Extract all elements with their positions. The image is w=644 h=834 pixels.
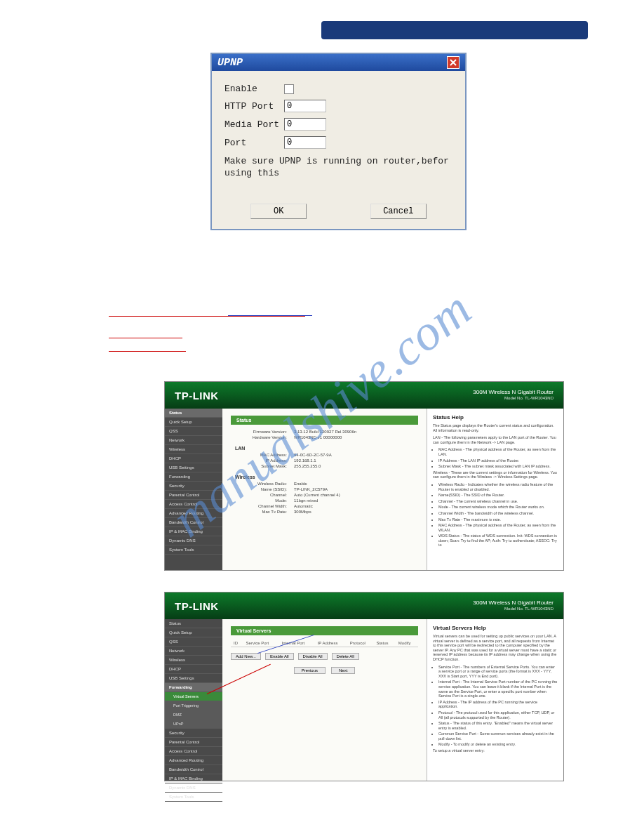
lan-mac-v: 94-0C-6D-2C-57-9A [294, 453, 332, 457]
nav-forwarding[interactable]: Forwarding [165, 472, 222, 482]
nav-usb-settings[interactable]: USB Settings [165, 463, 222, 472]
add-new-button[interactable]: Add New... [231, 653, 261, 660]
nav-adv-routing[interactable]: Advanced Routing [165, 509, 222, 518]
vs-li7: Modify - To modify or delete an existing… [438, 742, 558, 747]
tplink-status-panel: TP-LINK 300M Wireless N Gigabit Router M… [164, 381, 564, 571]
upnp-note: Make sure UPNP is running on router,befo… [224, 156, 452, 180]
nav2-usb[interactable]: USB Settings [165, 674, 222, 683]
nav2-network[interactable]: Network [165, 647, 222, 656]
nav2-status[interactable]: Status [165, 619, 222, 628]
nav-network[interactable]: Network [165, 436, 222, 445]
nav2-access[interactable]: Access Control [165, 747, 222, 756]
th-id: ID [231, 640, 243, 647]
nav-bandwidth[interactable]: Bandwidth Control [165, 518, 222, 527]
vs-li3: IP Address - The IP address of the PC ru… [438, 700, 558, 709]
help-p2: LAN - The following parameters apply to … [433, 435, 558, 444]
wc-v: Auto (Current channel 4) [294, 493, 340, 497]
wm-k: Mode: [231, 498, 294, 503]
http-port-input[interactable] [284, 100, 326, 112]
port-input[interactable] [284, 136, 326, 149]
help-title: Status Help [433, 414, 558, 421]
help-li9: Max Tx Rate - The maximum tx rate. [438, 517, 558, 522]
nav2-qss[interactable]: QSS [165, 637, 222, 647]
nav2-parental[interactable]: Parental Control [165, 738, 222, 747]
enable-all-button[interactable]: Enable All [265, 653, 294, 660]
close-icon[interactable] [447, 56, 459, 69]
vs-pagination: Previous Next [231, 667, 418, 674]
ok-button[interactable]: OK [250, 204, 307, 219]
nav2-ddns[interactable]: Dynamic DNS [165, 783, 222, 793]
tp-logo: TP-LINK [175, 390, 219, 402]
wm-v: 11bgn mixed [294, 498, 318, 503]
vs-li4: Protocol - The protocol used for this ap… [438, 710, 558, 720]
nav2-systools[interactable]: System Tools [165, 793, 222, 802]
tp-model-line2: Model No. TL-WR1043ND [473, 396, 554, 402]
help-li7: Mode - The current wireless mode which t… [438, 505, 558, 510]
enable-label: Enable [224, 84, 284, 94]
delete-all-button[interactable]: Delete All [332, 653, 359, 660]
nav2-dmz[interactable]: DMZ [165, 710, 222, 720]
upnp-dialog: UPNP Enable HTTP Port Media Port Port Ma… [210, 53, 467, 230]
upnp-title-text: UPNP [217, 57, 243, 69]
wc-k: Channel: [231, 493, 294, 497]
hw-k: Hardware Version: [231, 435, 294, 439]
tp1-help: Status Help The Status page displays the… [427, 409, 563, 570]
nav2-dhcp[interactable]: DHCP [165, 665, 222, 674]
tp-header-2: TP-LINK 300M Wireless N Gigabit Router M… [165, 593, 563, 619]
upnp-titlebar: UPNP [212, 54, 465, 71]
nav-security[interactable]: Security [165, 482, 222, 491]
tp-model2-line1: 300M Wireless N Gigabit Router [473, 600, 554, 607]
tp-model2-line2: Model No. TL-WR1043ND [473, 607, 554, 612]
ww-k: Channel Width: [231, 504, 294, 508]
media-port-label: Media Port [224, 119, 284, 130]
nav2-port-trig[interactable]: Port Triggering [165, 701, 222, 710]
nav-parental[interactable]: Parental Control [165, 491, 222, 500]
vs-li5: Status - The status of this entry. "Enab… [438, 721, 558, 730]
nav2-bandwidth[interactable]: Bandwidth Control [165, 765, 222, 774]
wx-v: 300Mbps [294, 510, 311, 514]
help-li2: IP Address - The LAN IP address of the R… [438, 458, 558, 463]
nav2-advrouting[interactable]: Advanced Routing [165, 756, 222, 765]
prev-button[interactable]: Previous [294, 667, 326, 674]
nav2-upnp[interactable]: UPnP [165, 720, 222, 729]
tp-model-2: 300M Wireless N Gigabit Router Model No.… [473, 600, 554, 612]
next-button[interactable]: Next [331, 667, 355, 674]
tp1-main: Status Firmware Version:3.13.12 Build 12… [222, 409, 427, 570]
lan-head: LAN [235, 446, 418, 451]
media-port-input[interactable] [284, 118, 326, 131]
nav-quick-setup[interactable]: Quick Setup [165, 418, 222, 427]
help-li11: WDS Status - The status of WDS connectio… [438, 534, 558, 548]
wn-k: Name (SSID): [231, 487, 294, 491]
port-label: Port [224, 138, 284, 148]
tp-model-line1: 300M Wireless N Gigabit Router [473, 389, 554, 396]
nav2-security[interactable]: Security [165, 729, 222, 738]
vs-li2: Internal Port - The Internal Service Por… [438, 680, 558, 698]
nav-systools[interactable]: System Tools [165, 545, 222, 555]
th-modify: Modify [396, 640, 418, 647]
nav2-ipmac[interactable]: IP & MAC Binding [165, 774, 222, 783]
enable-checkbox[interactable] [284, 84, 294, 94]
tp-header: TP-LINK 300M Wireless N Gigabit Router M… [165, 382, 563, 409]
nav2-virtual-servers[interactable]: Virtual Servers [165, 692, 222, 701]
help-p3: Wireless - These are the current setting… [433, 470, 558, 479]
upnp-body: Enable HTTP Port Media Port Port Make su… [212, 71, 465, 188]
nav-access[interactable]: Access Control [165, 500, 222, 509]
nav-wireless[interactable]: Wireless [165, 445, 222, 454]
nav2-quick[interactable]: Quick Setup [165, 628, 222, 637]
help-li8: Channel Width - The bandwidth of the wir… [438, 511, 558, 516]
disable-all-button[interactable]: Disable All [298, 653, 328, 660]
cancel-button[interactable]: Cancel [370, 204, 427, 219]
lan-mac-k: MAC Address: [231, 453, 294, 457]
lan-ip-v: 192.168.1.1 [294, 458, 316, 463]
vs-button-row: Add New... Enable All Disable All Delete… [231, 653, 418, 660]
nav-ddns[interactable]: Dynamic DNS [165, 536, 222, 545]
nav-qss[interactable]: QSS [165, 427, 222, 436]
vs-title: Virtual Servers [231, 626, 418, 635]
help-li4: Wireless Radio - Indicates whether the w… [438, 482, 558, 491]
nav-status[interactable]: Status [165, 409, 222, 418]
tp2-help: Virtual Servers Help Virtual servers can… [427, 619, 563, 781]
help-li3: Subnet Mask - The subnet mask associated… [438, 464, 558, 469]
nav-dhcp[interactable]: DHCP [165, 454, 222, 463]
nav-ip-mac[interactable]: IP & MAC Binding [165, 527, 222, 536]
nav2-wireless[interactable]: Wireless [165, 656, 222, 665]
